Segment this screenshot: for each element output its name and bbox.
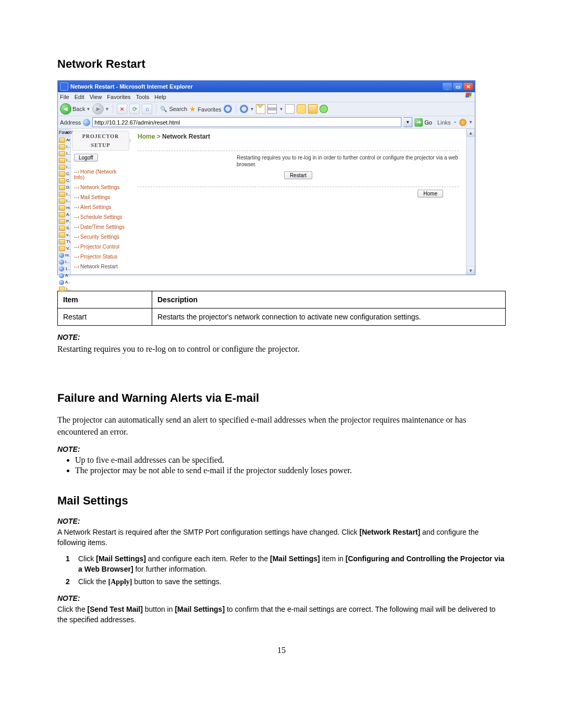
- research-icon[interactable]: [308, 104, 317, 114]
- norton-icon[interactable]: [459, 119, 467, 126]
- favorites-item[interactable]: m...: [58, 204, 70, 211]
- note-label: NOTE:: [57, 445, 506, 453]
- favorites-item[interactable]: I...: [58, 150, 70, 157]
- maximize-button[interactable]: ▭: [453, 83, 462, 90]
- chevron-down-icon[interactable]: ▼: [469, 120, 473, 125]
- sidebar-item[interactable]: --›Network Settings: [72, 182, 129, 192]
- menu-view[interactable]: View: [90, 94, 102, 100]
- sidebar-item[interactable]: --›Projector Control: [72, 242, 129, 252]
- favorites-item[interactable]: 1...: [58, 265, 70, 272]
- restart-message: Restarting requires you to re-log in in …: [237, 154, 459, 168]
- folder-icon: [59, 151, 65, 156]
- favorites-item[interactable]: I...: [58, 191, 70, 198]
- sidebar-item-label: Projector Control: [80, 244, 119, 250]
- favorites-item[interactable]: C...: [58, 170, 70, 177]
- favorites-item[interactable]: I...: [58, 164, 70, 170]
- table-row: Restart Restarts the projector's network…: [58, 309, 506, 326]
- note-label: NOTE:: [57, 517, 506, 525]
- favorites-item[interactable]: P...: [58, 218, 70, 225]
- sidebar-item[interactable]: --›Security Settings: [72, 232, 129, 242]
- menu-edit[interactable]: Edit: [75, 94, 84, 100]
- stop-icon[interactable]: ✕: [117, 104, 127, 114]
- sidebar-item-label: Schedule Settings: [80, 214, 123, 220]
- favorites-item[interactable]: V...: [58, 245, 70, 252]
- messenger-icon[interactable]: [320, 105, 328, 113]
- arrow-icon: --›: [74, 204, 79, 210]
- favorites-item[interactable]: Ar...: [58, 137, 70, 143]
- sidebar-item[interactable]: --›Alert Settings: [72, 202, 129, 212]
- menu-help[interactable]: Help: [154, 94, 166, 100]
- minimize-button[interactable]: _: [443, 83, 452, 90]
- media-icon[interactable]: [240, 105, 248, 113]
- table-cell-item: Restart: [58, 309, 152, 326]
- folder-icon: [59, 171, 65, 177]
- menu-favorites[interactable]: Favorites: [107, 94, 130, 100]
- sidebar-item[interactable]: --›Home (Network Info): [72, 167, 129, 182]
- folder-icon: [59, 192, 65, 197]
- mail-icon[interactable]: [256, 104, 265, 114]
- addressbar: Address ▼ ➜ Go Links » ▼: [58, 116, 475, 129]
- favorites-item[interactable]: C...: [58, 177, 70, 184]
- favorites-item[interactable]: v...: [58, 231, 70, 238]
- favorites-item[interactable]: I...: [58, 258, 70, 265]
- breadcrumb-home[interactable]: Home: [138, 133, 155, 140]
- address-label: Address: [60, 119, 81, 126]
- go-button[interactable]: ➜ Go: [414, 118, 432, 127]
- arrow-icon: --›: [74, 169, 79, 175]
- chevron-down-icon[interactable]: ▼: [250, 107, 254, 112]
- address-input[interactable]: [92, 117, 401, 127]
- screenshot-browser: Network Restart - Microsoft Internet Exp…: [57, 80, 475, 275]
- favorites-item[interactable]: I...: [58, 286, 70, 292]
- close-button[interactable]: ✕: [463, 83, 473, 90]
- go-arrow-icon: ➜: [414, 118, 423, 127]
- scroll-down-icon[interactable]: ▼: [467, 266, 475, 275]
- favorites-item[interactable]: A...: [58, 272, 70, 279]
- chevron-down-icon[interactable]: ▼: [86, 107, 90, 112]
- home-button[interactable]: Home: [418, 190, 443, 198]
- menu-file[interactable]: File: [60, 94, 69, 100]
- home-icon[interactable]: ⌂: [142, 104, 152, 114]
- sidebar-item[interactable]: --›Projector Status: [72, 252, 129, 262]
- folder-icon: [59, 239, 65, 244]
- favorites-button[interactable]: ★ Favorites: [189, 105, 221, 113]
- chevron-down-icon[interactable]: ▼: [105, 107, 109, 112]
- favorites-item[interactable]: S...: [58, 225, 70, 231]
- logoff-button[interactable]: Logoff: [74, 154, 98, 162]
- links-label[interactable]: Links: [437, 119, 451, 126]
- address-dropdown[interactable]: ▼: [403, 117, 412, 127]
- table-header-description: Description: [152, 291, 506, 309]
- scroll-up-icon[interactable]: ▲: [467, 129, 475, 137]
- menu-tools[interactable]: Tools: [136, 94, 150, 100]
- back-button[interactable]: ◄ Back ▼: [60, 103, 90, 115]
- chevron-down-icon[interactable]: ▼: [279, 107, 283, 112]
- close-icon[interactable]: ✕: [65, 129, 69, 137]
- sidebar-item[interactable]: --›Network Restart: [72, 262, 129, 272]
- favorites-item[interactable]: A...: [58, 211, 70, 218]
- steps-list: Click [Mail Settings] and configure each…: [57, 554, 506, 587]
- edit-icon[interactable]: [285, 104, 295, 114]
- favorites-item[interactable]: A...: [58, 279, 70, 286]
- projector-nav: --›Home (Network Info)--›Network Setting…: [72, 167, 129, 272]
- sidebar-item[interactable]: --›Mail Settings: [72, 192, 129, 202]
- sidebar-item[interactable]: --›Date/Time Settings: [72, 222, 129, 232]
- favorites-item[interactable]: D...: [58, 184, 70, 191]
- ie-link-icon: [59, 273, 64, 278]
- sidebar-item-label: Mail Settings: [80, 194, 110, 200]
- folder-icon: [59, 144, 65, 150]
- favorites-item[interactable]: I...: [58, 157, 70, 164]
- scrollbar[interactable]: ▲ ▼: [466, 129, 475, 275]
- favorites-item[interactable]: m...: [58, 252, 70, 258]
- favorites-item[interactable]: TV: [58, 238, 70, 245]
- forward-button[interactable]: ► ▼: [92, 103, 109, 115]
- breadcrumb: Home > Network Restart: [138, 133, 459, 142]
- sidebar-item[interactable]: --›Schedule Settings: [72, 212, 129, 222]
- search-button[interactable]: 🔍 Search: [160, 106, 187, 113]
- chevron-down-icon[interactable]: »: [454, 120, 456, 125]
- favorites-item[interactable]: I...: [58, 143, 70, 150]
- print-icon[interactable]: [267, 104, 277, 114]
- refresh-icon[interactable]: ⟳: [129, 104, 140, 114]
- history-icon[interactable]: [224, 105, 232, 113]
- restart-button[interactable]: Restart: [284, 171, 312, 179]
- discuss-icon[interactable]: [297, 104, 306, 114]
- favorites-item[interactable]: I...: [58, 198, 70, 204]
